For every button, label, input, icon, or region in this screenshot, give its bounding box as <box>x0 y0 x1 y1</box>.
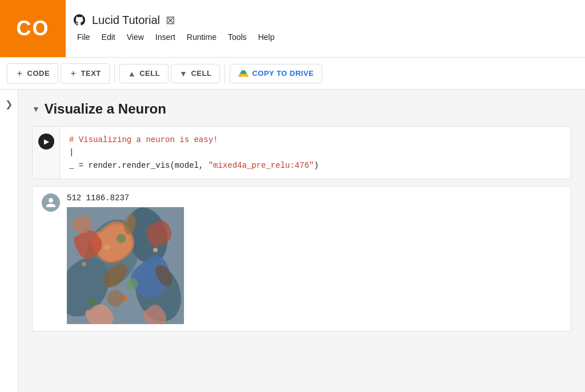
svg-point-8 <box>89 297 97 305</box>
avatar-icon <box>45 197 57 208</box>
menu-help[interactable]: Help <box>254 30 279 44</box>
svg-point-9 <box>104 244 110 250</box>
menu-insert[interactable]: Insert <box>151 30 180 44</box>
sidebar-arrow: ❯ <box>5 99 13 110</box>
output-stats: 512 1186.8237 <box>67 193 562 203</box>
cell-down-label: CELL <box>191 69 211 78</box>
code-line-1: # Visualizing a neuron is easy! <box>69 134 562 146</box>
toolbar: ＋ CODE ＋ TEXT ▲ CELL ▼ CELL COPY TO DRIV… <box>0 58 585 90</box>
sidebar-toggle[interactable]: ❯ <box>0 90 18 392</box>
drive-btn-label: COPY TO DRIVE <box>252 69 314 78</box>
run-button[interactable]: ▶ <box>38 134 54 149</box>
menu-bar: File Edit View Insert Runtime Tools Help <box>73 30 578 44</box>
svg-point-12 <box>82 262 86 266</box>
output-cell: 512 1186.8237 <box>32 186 571 332</box>
svg-point-7 <box>127 278 138 290</box>
colab-logo[interactable]: CO <box>0 0 66 57</box>
code-cursor-line: | <box>69 148 74 157</box>
toolbar-divider-2 <box>225 64 225 83</box>
move-cell-up-button[interactable]: ▲ CELL <box>119 64 169 83</box>
output-content: 512 1186.8237 <box>67 193 562 324</box>
header-right: Lucid Tutorial ⊠ File Edit View Insert R… <box>66 0 585 57</box>
menu-edit[interactable]: Edit <box>97 30 120 44</box>
svg-point-6 <box>117 234 126 243</box>
down-arrow-icon: ▼ <box>179 69 187 78</box>
code-suffix: ) <box>314 161 318 170</box>
colab-logo-text: CO <box>17 17 50 41</box>
paisley-svg <box>67 207 184 324</box>
section-header: ▼ Visualize a Neuron <box>32 101 571 117</box>
code-btn-label: CODE <box>27 69 50 78</box>
add-code-button[interactable]: ＋ CODE <box>7 63 58 84</box>
plus-text-icon: ＋ <box>69 68 78 79</box>
plus-icon: ＋ <box>15 68 24 79</box>
up-arrow-icon: ▲ <box>128 69 136 78</box>
menu-tools[interactable]: Tools <box>223 30 251 44</box>
code-line-2: | <box>69 146 562 159</box>
section-title: Visualize a Neuron <box>45 101 166 117</box>
main-area: ❯ ▼ Visualize a Neuron ▶ # Visualizing a… <box>0 90 585 392</box>
drive-icon <box>238 69 249 78</box>
code-line-3: _ = render.render_vis(model, "mixed4a_pr… <box>69 159 562 172</box>
cell-run-area: ▶ <box>33 127 60 179</box>
toolbar-divider-1 <box>114 64 115 83</box>
code-string: "mixed4a_pre_relu:476" <box>209 161 314 170</box>
move-cell-down-button[interactable]: ▼ CELL <box>171 64 220 83</box>
code-cell: ▶ # Visualizing a neuron is easy! | _ = … <box>32 126 571 179</box>
notebook-title: Lucid Tutorial <box>92 14 160 27</box>
copy-to-drive-button[interactable]: COPY TO DRIVE <box>230 64 322 83</box>
broken-image-icon: ⊠ <box>166 13 175 27</box>
code-content[interactable]: # Visualizing a neuron is easy! | _ = re… <box>60 127 571 179</box>
user-avatar <box>42 193 60 212</box>
svg-point-10 <box>153 248 158 252</box>
menu-file[interactable]: File <box>73 30 95 44</box>
title-row: Lucid Tutorial ⊠ <box>73 13 578 27</box>
output-image <box>67 207 184 324</box>
menu-view[interactable]: View <box>122 30 149 44</box>
menu-runtime[interactable]: Runtime <box>182 30 221 44</box>
collapse-arrow[interactable]: ▼ <box>32 104 40 114</box>
play-icon: ▶ <box>44 138 49 146</box>
top-bar: CO Lucid Tutorial ⊠ File Edit View Inser… <box>0 0 585 58</box>
add-text-button[interactable]: ＋ TEXT <box>61 63 110 84</box>
code-prefix: _ = render.render_vis(model, <box>69 161 209 170</box>
notebook-content: ▼ Visualize a Neuron ▶ # Visualizing a n… <box>18 90 585 392</box>
text-btn-label: TEXT <box>81 69 101 78</box>
github-icon[interactable] <box>73 13 86 27</box>
code-comment: # Visualizing a neuron is easy! <box>69 135 218 144</box>
cell-up-label: CELL <box>139 69 160 78</box>
